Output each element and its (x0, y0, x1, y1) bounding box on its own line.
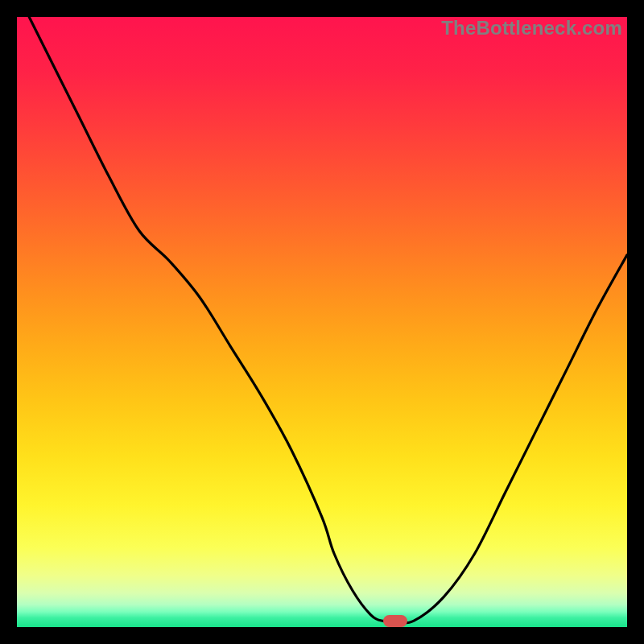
bottleneck-curve (17, 17, 627, 627)
plot-area: TheBottleneck.com (17, 17, 627, 627)
chart-frame: TheBottleneck.com (0, 0, 644, 644)
watermark-text: TheBottleneck.com (441, 17, 622, 39)
optimal-point-marker (383, 615, 407, 627)
